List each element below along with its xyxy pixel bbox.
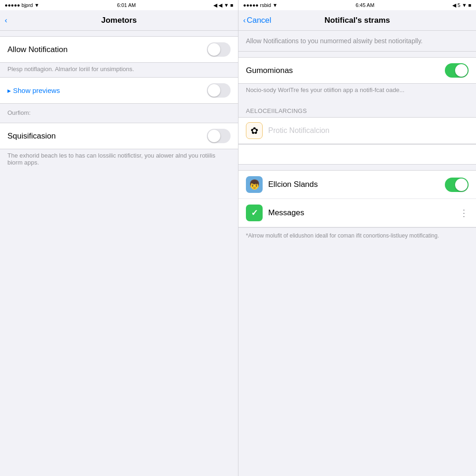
lotus-emoji: ✿ (251, 125, 258, 136)
squisificasion-subtext: The exhorid beach les to has can lossili… (0, 149, 238, 171)
gumomionas-knob (455, 64, 468, 77)
messages-info: ✓ Messages (246, 205, 304, 221)
messages-more-icon[interactable]: ⋮ (459, 208, 469, 218)
cancel-button[interactable]: ‹ Cancel (243, 16, 271, 25)
lotus-icon: ✿ (246, 122, 263, 139)
left-back-button[interactable]: ‹ (5, 16, 7, 25)
notification-input-row[interactable]: ✿ Protic Notificalcion (238, 117, 476, 144)
allow-notification-label: Allow Notification (7, 45, 67, 54)
messages-icon: ✓ (246, 205, 263, 221)
right-signal: ●●●●● rsbid ▼ (243, 2, 278, 8)
footer-note: *Alrrow molufit of elidushon ideall for … (238, 228, 476, 244)
person-emoji: 👦 (249, 179, 260, 190)
show-previews-arrow: ▸ (7, 86, 11, 95)
ellcion-slands-toggle[interactable] (445, 178, 469, 192)
right-time: 6:45 AM (356, 2, 374, 8)
ellcion-slands-knob (455, 178, 468, 191)
show-previews-toggle[interactable] (207, 83, 231, 98)
squisificasion-knob (208, 130, 220, 142)
left-status-bar: ●●●●● bjprd ▼ 6:01 AM ◀ ◀ ▼ ■ (0, 0, 238, 10)
left-time: 6:01 AM (117, 2, 136, 8)
gumomionas-subtext: Nocio-sody WorlTre fes your otiifion app… (238, 84, 476, 98)
gumomionas-row: Gumomionas (238, 58, 476, 83)
ourfiom-label: Ourfiom: (0, 104, 238, 121)
left-nav-bar: ‹ Jometors (0, 10, 238, 31)
right-status-bar: ●●●●● rsbid ▼ 6:45 AM ◀ 5 ▼ ■ (238, 0, 476, 10)
squisificasion-section: Squisificasion (0, 123, 238, 149)
gumomionas-toggle[interactable] (445, 63, 469, 78)
left-signal: ●●●●● bjprd ▼ (5, 2, 40, 8)
right-nav-bar: ‹ Cancel Notifical's strams (238, 10, 476, 31)
right-panel: ●●●●● rsbid ▼ 6:45 AM ◀ 5 ▼ ■ ‹ Cancel N… (238, 0, 476, 476)
left-panel: ●●●●● bjprd ▼ 6:01 AM ◀ ◀ ▼ ■ ‹ Jometors… (0, 0, 238, 476)
squisificasion-row: Squisificasion (0, 123, 238, 149)
left-status-icons: ◀ ◀ ▼ ■ (213, 2, 233, 8)
allow-notification-toggle[interactable] (207, 42, 231, 57)
ellcion-slands-label: Ellcion Slands (268, 180, 318, 189)
aeloceiilarcings-header: Aeloceiilarcings (238, 98, 476, 117)
messages-row: ✓ Messages ⋮ (238, 199, 476, 227)
ellcion-slands-icon: 👦 (246, 176, 263, 193)
allow-notification-section: Allow Notification (0, 36, 238, 63)
right-nav-title: Notifical's strams (324, 16, 390, 25)
squisificasion-label: Squisificasion (7, 132, 56, 141)
right-status-icons: ◀ 5 ▼ ■ (452, 2, 471, 8)
show-previews-row: ▸ Show previews (0, 78, 238, 103)
left-back-chevron: ‹ (5, 16, 7, 25)
app-list-section: 👦 Ellcion Slands ✓ Messages ⋮ (238, 170, 476, 228)
show-previews-label[interactable]: ▸ Show previews (7, 86, 60, 95)
empty-row (238, 144, 476, 165)
allow-notification-row: Allow Notification (0, 37, 238, 62)
right-description: Allow Notifications to you numormed alsw… (238, 31, 476, 52)
show-previews-section: ▸ Show previews (0, 77, 238, 104)
cancel-chevron-icon: ‹ (243, 16, 246, 25)
ellcion-slands-info: 👦 Ellcion Slands (246, 176, 318, 193)
messages-label: Messages (268, 208, 304, 218)
gumomionas-label: Gumomionas (246, 66, 293, 75)
squisificasion-toggle[interactable] (207, 129, 231, 143)
gumomionas-section: Gumomionas (238, 57, 476, 84)
left-nav-title: Jometors (101, 16, 137, 25)
show-previews-knob (208, 84, 220, 97)
allow-notification-knob (208, 43, 220, 56)
ellcion-slands-row: 👦 Ellcion Slands (238, 171, 476, 199)
notification-placeholder: Protic Notificalcion (268, 126, 330, 135)
messages-checkmark: ✓ (251, 208, 258, 218)
allow-notification-subtext: Plesp notiflagion. Almarlor loriil for u… (0, 63, 238, 77)
